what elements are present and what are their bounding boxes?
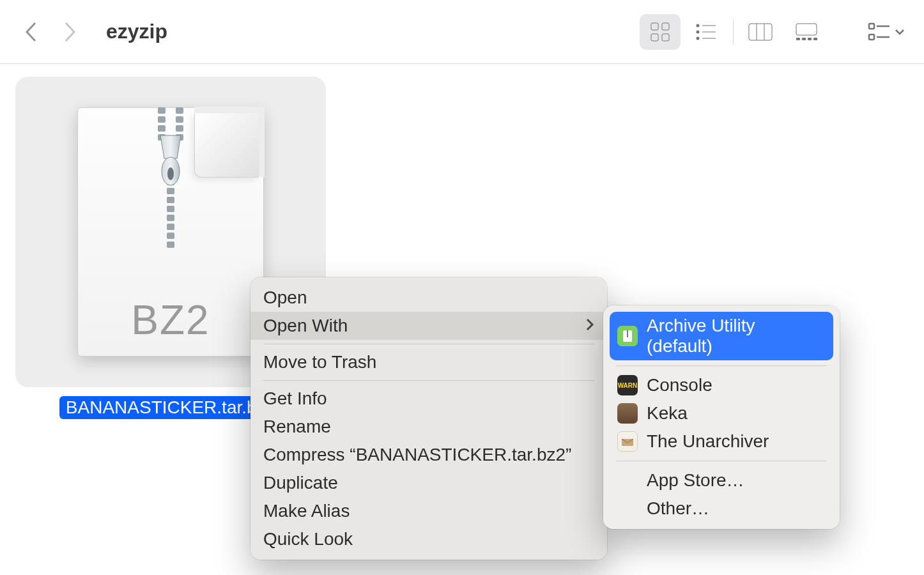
svg-rect-27: [176, 125, 183, 132]
chevron-right-icon: [585, 316, 594, 336]
gallery-view-button[interactable]: [786, 14, 827, 50]
grid-icon: [649, 21, 671, 43]
keka-icon: [617, 403, 638, 424]
svg-rect-25: [176, 116, 183, 123]
svg-rect-1: [662, 23, 669, 30]
column-view-button[interactable]: [740, 14, 781, 50]
svg-rect-10: [749, 24, 772, 40]
svg-rect-18: [869, 24, 874, 29]
menu-move-to-trash[interactable]: Move to Trash: [250, 348, 607, 376]
submenu-other[interactable]: Other…: [610, 494, 833, 523]
submenu-app-store[interactable]: App Store…: [610, 466, 833, 494]
chevron-down-icon: [895, 29, 905, 35]
icon-view-button[interactable]: [640, 14, 681, 50]
svg-point-4: [697, 24, 700, 27]
svg-rect-24: [158, 116, 166, 123]
submenu-unarchiver[interactable]: The Unarchiver: [610, 427, 833, 456]
svg-point-6: [697, 30, 700, 33]
svg-rect-40: [167, 233, 174, 239]
nav-buttons: [20, 22, 81, 42]
svg-rect-38: [167, 215, 174, 221]
submenu-archive-utility[interactable]: Archive Utility (default): [610, 312, 833, 360]
folder-title: ezyzip: [106, 20, 167, 43]
menu-make-alias[interactable]: Make Alias: [250, 497, 607, 525]
svg-rect-20: [869, 34, 874, 40]
svg-rect-14: [796, 38, 800, 40]
svg-rect-39: [167, 224, 174, 230]
svg-rect-41: [167, 241, 174, 248]
svg-rect-16: [808, 38, 812, 40]
menu-compress[interactable]: Compress “BANANASTICKER.tar.bz2”: [250, 441, 607, 469]
finder-toolbar: ezyzip: [0, 0, 924, 64]
svg-rect-15: [802, 38, 806, 40]
group-by-button[interactable]: [868, 22, 905, 42]
svg-rect-22: [158, 107, 166, 114]
submenu-console[interactable]: WARN Console: [610, 371, 833, 399]
menu-open-with[interactable]: Open With: [250, 312, 607, 340]
svg-rect-36: [167, 197, 174, 203]
svg-rect-17: [813, 38, 817, 40]
menu-duplicate[interactable]: Duplicate: [250, 469, 607, 497]
svg-rect-23: [176, 107, 183, 114]
svg-rect-35: [167, 188, 174, 194]
svg-point-8: [697, 36, 700, 40]
list-icon: [695, 22, 717, 42]
context-menu: Open Open With Move to Trash Get Info Re…: [250, 277, 607, 560]
svg-rect-13: [796, 24, 817, 35]
console-icon: WARN: [617, 375, 638, 395]
svg-point-43: [167, 167, 174, 180]
archive-icon: BZ2: [77, 107, 264, 356]
forward-button[interactable]: [60, 22, 81, 42]
group-icon: [868, 22, 891, 42]
svg-rect-26: [158, 125, 166, 132]
submenu-keka[interactable]: Keka: [610, 399, 833, 427]
columns-icon: [748, 22, 773, 42]
menu-rename[interactable]: Rename: [250, 413, 607, 441]
unarchiver-icon: [617, 431, 638, 452]
svg-rect-3: [662, 34, 669, 41]
archive-utility-icon: [617, 326, 638, 346]
menu-get-info[interactable]: Get Info: [250, 385, 607, 413]
menu-open[interactable]: Open: [250, 284, 607, 312]
gallery-icon: [794, 22, 819, 42]
open-with-submenu: Archive Utility (default) WARN Console K…: [603, 305, 840, 529]
view-mode-group: [637, 14, 829, 50]
menu-quick-look[interactable]: Quick Look: [250, 525, 607, 553]
list-view-button[interactable]: [686, 14, 727, 50]
svg-rect-0: [651, 23, 658, 30]
file-type-badge: BZ2: [77, 296, 264, 344]
back-button[interactable]: [20, 22, 41, 42]
svg-rect-2: [651, 34, 658, 41]
svg-rect-37: [167, 206, 174, 212]
zipper-icon: [153, 107, 189, 248]
